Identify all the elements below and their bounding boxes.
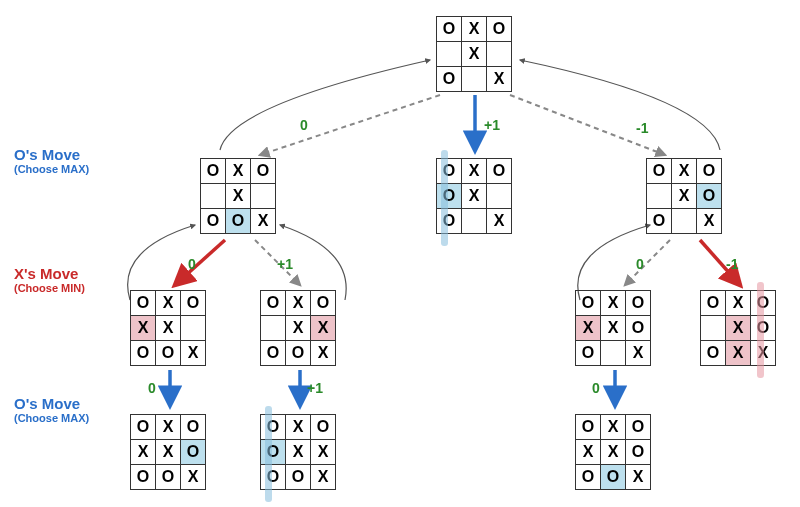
cell-0-2: O xyxy=(697,159,722,184)
cell-2-1 xyxy=(672,209,697,234)
cell-2-0: O xyxy=(131,341,156,366)
cell-2-0: O xyxy=(647,209,672,234)
cell-2-0: O xyxy=(576,465,601,490)
board-root: OXOXOX xyxy=(436,16,512,92)
cell-0-1: X xyxy=(462,159,487,184)
cell-0-2: O xyxy=(626,415,651,440)
cell-2-1: X xyxy=(726,341,751,366)
cell-1-1: X xyxy=(726,316,751,341)
cell-1-0: X xyxy=(576,316,601,341)
cell-0-1: X xyxy=(601,291,626,316)
board-l2-lr: OXOXXOOX xyxy=(260,290,336,366)
cell-2-1: O xyxy=(286,341,311,366)
cell-1-0 xyxy=(437,42,462,67)
cell-1-1: X xyxy=(286,316,311,341)
cell-1-2: O xyxy=(181,440,206,465)
cell-0-2: O xyxy=(487,17,512,42)
cell-1-2: X xyxy=(311,316,336,341)
cell-1-1: X xyxy=(286,440,311,465)
cell-1-1: X xyxy=(156,440,181,465)
cell-0-2: O xyxy=(181,291,206,316)
cell-2-1 xyxy=(601,341,626,366)
cell-0-1: X xyxy=(601,415,626,440)
score-l3-a: 0 xyxy=(148,380,156,396)
score-root-right: -1 xyxy=(636,120,648,136)
board-l3-c: OXOXXOOOX xyxy=(575,414,651,490)
cell-1-2: O xyxy=(626,440,651,465)
board-l1-left: OXOXOOX xyxy=(200,158,276,234)
cell-0-0: O xyxy=(701,291,726,316)
cell-2-2: X xyxy=(626,341,651,366)
score-l3-b: +1 xyxy=(307,380,323,396)
win-line-l3-b xyxy=(265,406,272,502)
cell-0-1: X xyxy=(226,159,251,184)
cell-2-2: X xyxy=(181,341,206,366)
cell-2-1: O xyxy=(286,465,311,490)
cell-1-2: O xyxy=(626,316,651,341)
cell-0-2: O xyxy=(311,415,336,440)
cell-2-1: O xyxy=(156,341,181,366)
cell-2-2: X xyxy=(311,341,336,366)
board-l2-ll: OXOXXOOX xyxy=(130,290,206,366)
svg-line-6 xyxy=(625,240,670,285)
cell-0-0: O xyxy=(131,291,156,316)
cell-0-2: O xyxy=(181,415,206,440)
cell-1-2 xyxy=(251,184,276,209)
svg-line-4 xyxy=(175,240,225,285)
cell-0-1: X xyxy=(286,291,311,316)
cell-1-0: X xyxy=(131,440,156,465)
cell-0-0: O xyxy=(576,291,601,316)
cell-1-0 xyxy=(261,316,286,341)
cell-2-2: X xyxy=(311,465,336,490)
cell-0-1: X xyxy=(672,159,697,184)
cell-2-1: O xyxy=(226,209,251,234)
cell-0-0: O xyxy=(201,159,226,184)
svg-line-1 xyxy=(260,95,440,155)
cell-1-2 xyxy=(181,316,206,341)
cell-1-2 xyxy=(487,42,512,67)
cell-2-2: X xyxy=(626,465,651,490)
cell-1-0: X xyxy=(131,316,156,341)
cell-0-2: O xyxy=(626,291,651,316)
cell-2-1: O xyxy=(156,465,181,490)
cell-0-0: O xyxy=(437,17,462,42)
cell-2-1: O xyxy=(601,465,626,490)
cell-2-0: O xyxy=(437,67,462,92)
score-l2-lb: +1 xyxy=(277,256,293,272)
cell-1-0: X xyxy=(576,440,601,465)
cell-2-2: X xyxy=(487,67,512,92)
cell-2-2: X xyxy=(487,209,512,234)
label-x-move: X's Move (Choose MIN) xyxy=(14,265,85,294)
cell-0-1: X xyxy=(726,291,751,316)
cell-2-0: O xyxy=(131,465,156,490)
cell-0-1: X xyxy=(156,291,181,316)
cell-1-1: X xyxy=(601,316,626,341)
board-l3-a: OXOXXOOOX xyxy=(130,414,206,490)
cell-1-1: X xyxy=(462,42,487,67)
cell-1-2: X xyxy=(311,440,336,465)
cell-1-0 xyxy=(701,316,726,341)
cell-0-2: O xyxy=(311,291,336,316)
cell-0-2: O xyxy=(487,159,512,184)
cell-2-1 xyxy=(462,67,487,92)
cell-0-0: O xyxy=(131,415,156,440)
cell-1-1: X xyxy=(462,184,487,209)
cell-2-0: O xyxy=(701,341,726,366)
board-l1-right: OXOXOOX xyxy=(646,158,722,234)
cell-2-2: X xyxy=(181,465,206,490)
cell-2-0: O xyxy=(576,341,601,366)
cell-2-0: O xyxy=(201,209,226,234)
cell-0-1: X xyxy=(286,415,311,440)
cell-1-0 xyxy=(201,184,226,209)
cell-1-0 xyxy=(647,184,672,209)
score-l2-rb: -1 xyxy=(726,256,738,272)
cell-2-2: X xyxy=(697,209,722,234)
score-root-mid: +1 xyxy=(484,117,500,133)
cell-1-1: X xyxy=(226,184,251,209)
cell-1-1: X xyxy=(156,316,181,341)
score-l2-la: 0 xyxy=(188,256,196,272)
cell-0-2: O xyxy=(251,159,276,184)
cell-2-0: O xyxy=(261,341,286,366)
score-l3-c: 0 xyxy=(592,380,600,396)
label-o-move-1: O's Move (Choose MAX) xyxy=(14,146,89,175)
